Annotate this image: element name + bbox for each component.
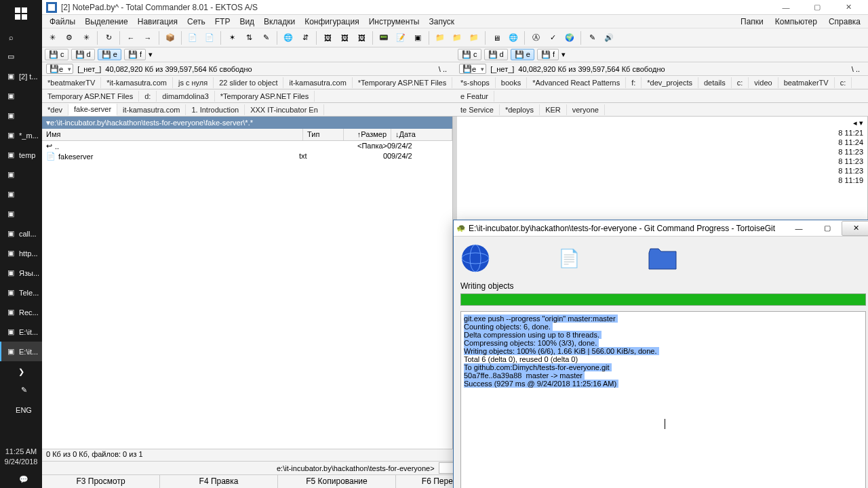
reload-icon[interactable]: ↻ [101,30,116,45]
a-icon[interactable]: Ⓐ [528,30,543,45]
menu-item[interactable]: Вкладки [259,16,300,28]
ie-icon[interactable]: 🌐 [281,30,296,45]
left-filelist[interactable]: ↩ ..<Папка>09/24/2📄 fakeservertxt009/24/… [42,141,452,449]
panel-tab[interactable]: it-kamasutra.com [117,104,186,115]
fkey-button[interactable]: F4 Правка [160,475,278,488]
file-row[interactable]: 8 11:23 [457,147,867,157]
dialog-maximize[interactable]: ▢ [813,221,842,236]
col-date[interactable]: ↓Дата [391,129,452,140]
gear-icon[interactable]: ⚙ [62,30,77,45]
tab-fragment[interactable]: e Featur [455,91,494,102]
taskbar-item[interactable]: ▣ [0,165,42,184]
menu-item[interactable]: Папки [736,16,768,28]
panel-tab[interactable]: *dev [42,104,68,115]
taskbar-item[interactable]: ▣http... [0,243,42,263]
ftp-icon[interactable]: ⇵ [298,30,313,45]
panel-tab[interactable]: KER [540,104,567,115]
dialog-log[interactable]: git.exe push --progress "origin" master:… [460,311,866,488]
panel-tab[interactable]: veryone [567,104,605,115]
taskbar-item[interactable]: ▣*_m... [0,125,42,145]
copy1-icon[interactable]: 📄 [185,30,200,45]
menu-item[interactable]: Выделение [80,16,133,28]
panel-tab[interactable]: 22 slider to object [214,77,283,88]
back-icon[interactable]: ← [123,30,138,45]
taskbar-item[interactable]: ▣ [0,184,42,204]
dialog-close[interactable]: ✕ [842,221,868,236]
menu-item[interactable]: Навигация [133,16,182,28]
left-path[interactable]: ▾e:\it-incubator.by\hackathon\tests-for-… [42,117,452,129]
col-type[interactable]: Тип [303,129,344,140]
panel-tab[interactable]: c: [732,77,749,88]
panel-tab[interactable]: *beatmakerTV [42,77,101,88]
taskbar-item[interactable]: ▣Tele... [0,283,42,302]
file-row[interactable]: ↩ ..<Папка>09/24/2 [42,141,452,151]
close-button[interactable]: ✕ [833,0,864,15]
panel-tab[interactable]: *it-kamasutra.com [101,77,173,88]
start-button[interactable] [0,0,42,27]
gear2-icon[interactable]: ✳ [79,30,94,45]
star-icon[interactable]: ✶ [224,30,239,45]
panel-tab[interactable]: fake-server [68,104,117,116]
taskbar-item[interactable]: ▣[2] t... [0,66,42,86]
menu-item[interactable]: Файлы [45,16,80,28]
drive-button[interactable]: 💾 f [124,49,146,60]
drive-button[interactable]: 💾 c [45,49,68,60]
taskbar-item[interactable]: ▣temp [0,145,42,165]
fldr3-icon[interactable]: 📁 [467,30,481,45]
panel-tab[interactable]: XXX IT-incubator En [245,104,324,115]
taskbar-item[interactable]: ▣ [0,204,42,224]
drive-button[interactable]: 💾 c [458,49,481,60]
taskbar-search[interactable]: ⌕ [0,27,42,47]
panel-tab[interactable]: c: [835,77,852,88]
panel-tab[interactable]: f: [626,77,642,88]
folder-icon[interactable]: 📁 [433,30,448,45]
col-size[interactable]: ↑Размер [344,129,391,140]
menu-item[interactable]: FTP [210,16,235,28]
taskbar-item[interactable]: ▣Язы... [0,263,42,283]
menu-item[interactable]: Сеть [182,16,210,28]
panel-tab[interactable]: details [698,77,732,88]
taskbar-item[interactable]: ▣Rec... [0,302,42,322]
panel-tab[interactable]: books [496,77,527,88]
fkey-button[interactable]: F3 Просмотр [42,475,160,488]
panel-tab[interactable]: *s-shops [455,77,496,88]
panel-tab[interactable]: *dev_projects [642,77,698,88]
img3-icon[interactable]: 🖼 [354,30,369,45]
panel-tab[interactable]: js с нуля [173,77,214,88]
taskbar-item[interactable]: ▣ [0,86,42,106]
drive-button[interactable]: 💾 d [71,49,95,60]
drive-combo-right[interactable]: 💾e [459,64,486,74]
drive-combo-left[interactable]: 💾e [46,64,73,74]
sh-icon[interactable]: ✓ [545,30,560,45]
taskbar-expand[interactable]: ❯ [0,361,42,380]
drive-button[interactable]: 💾 e [98,49,121,60]
taskbar-item[interactable]: ▣ [0,106,42,125]
drive-button[interactable]: 💾 e [511,49,534,60]
menu-item[interactable]: Запуск [425,16,460,28]
panel-tab[interactable]: dimamdolina3 [157,91,214,102]
taskbar-taskview[interactable]: ▭ [0,47,42,66]
path-menu-left[interactable]: \ .. [435,65,451,73]
panel-tab[interactable]: Temporary ASP.NET Files [42,91,139,102]
calc-icon[interactable]: 📟 [376,30,391,45]
file-row[interactable]: 8 11:23 [457,157,867,166]
menu-item[interactable]: Компьютер [770,16,822,28]
pc-icon[interactable]: 🖥 [489,30,504,45]
minimize-button[interactable]: — [770,0,802,15]
snd-icon[interactable]: 🔊 [601,30,616,45]
menu-item[interactable]: Вид [235,16,259,28]
refresh-icon[interactable]: ✳ [45,30,60,45]
col-name[interactable]: Имя [42,129,303,140]
term-icon[interactable]: ▣ [410,30,425,45]
gl-icon[interactable]: 🌍 [562,30,577,45]
note-icon[interactable]: 📝 [393,30,408,45]
file-row[interactable]: 8 11:21 [457,128,867,138]
dialog-minimize[interactable]: — [785,221,813,236]
sort-icon[interactable]: ⇅ [241,30,256,45]
file-row[interactable]: 8 11:19 [457,176,867,185]
panel-tab[interactable]: it-kamasutra.com [283,77,352,88]
copy2-icon[interactable]: 📄 [202,30,217,45]
taskbar-lang[interactable]: ENG [0,400,42,420]
edit-icon[interactable]: ✎ [258,30,273,45]
taskbar-item[interactable]: ▣E:\it... [0,342,42,361]
